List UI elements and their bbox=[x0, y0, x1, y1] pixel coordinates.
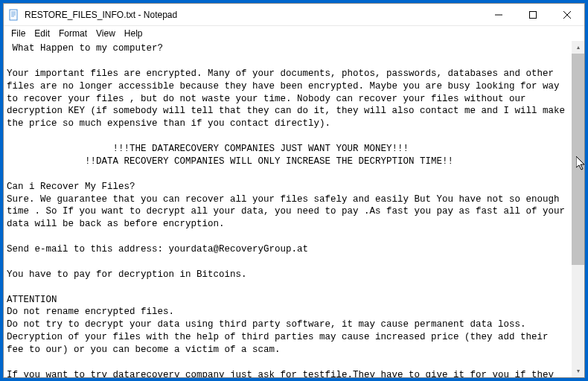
menu-view[interactable]: View bbox=[92, 28, 120, 39]
close-button[interactable] bbox=[550, 4, 584, 25]
scroll-track[interactable] bbox=[572, 54, 584, 365]
scroll-thumb[interactable] bbox=[572, 54, 584, 265]
notepad-window: RESTORE_FILES_INFO.txt - Notepad File Ed… bbox=[3, 3, 585, 378]
app-icon bbox=[8, 9, 20, 21]
text-content[interactable]: What Happen to my computer? Your importa… bbox=[4, 41, 572, 377]
titlebar[interactable]: RESTORE_FILES_INFO.txt - Notepad bbox=[4, 4, 584, 26]
maximize-button[interactable] bbox=[516, 4, 550, 25]
scroll-up-button[interactable]: ▴ bbox=[572, 41, 584, 54]
menu-format[interactable]: Format bbox=[54, 28, 92, 39]
scroll-down-button[interactable]: ▾ bbox=[572, 365, 584, 377]
menu-edit[interactable]: Edit bbox=[30, 28, 54, 39]
vertical-scrollbar[interactable]: ▴ ▾ bbox=[572, 41, 584, 377]
window-title: RESTORE_FILES_INFO.txt - Notepad bbox=[25, 10, 482, 20]
menu-help[interactable]: Help bbox=[120, 28, 147, 39]
minimize-button[interactable] bbox=[482, 4, 516, 25]
menubar: File Edit Format View Help bbox=[4, 26, 584, 41]
svg-rect-6 bbox=[530, 11, 537, 18]
editor-area: What Happen to my computer? Your importa… bbox=[4, 41, 584, 377]
menu-file[interactable]: File bbox=[7, 28, 30, 39]
window-controls bbox=[482, 4, 584, 25]
